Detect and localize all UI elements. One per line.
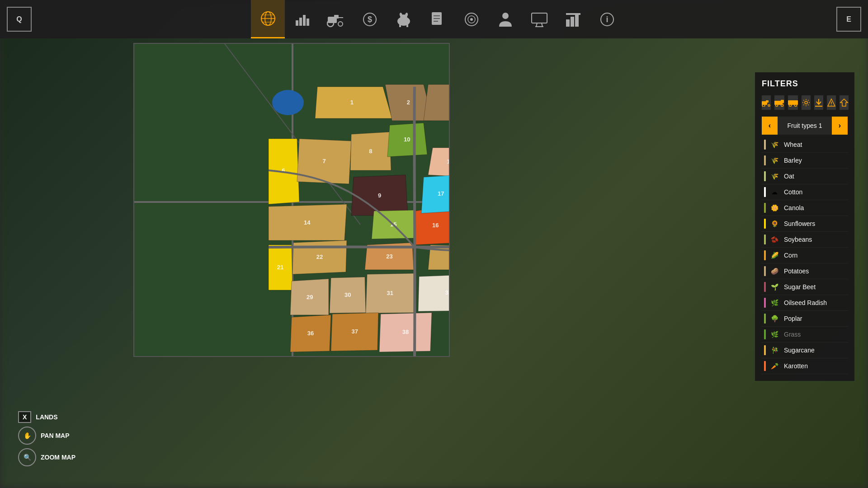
fruit-icon-14: 🥕 bbox=[769, 361, 779, 371]
missions-icon bbox=[463, 11, 480, 28]
fruit-icon-10: 🌿 bbox=[769, 298, 779, 308]
alert-filter-btn[interactable] bbox=[827, 95, 836, 110]
monitor-icon bbox=[531, 11, 548, 28]
fruit-item[interactable]: 🫘 Soybeans bbox=[762, 232, 848, 248]
fruit-icon-9: 🌱 bbox=[769, 282, 779, 292]
fruit-next-btn[interactable]: › bbox=[832, 117, 848, 135]
fruit-item[interactable]: 🌳 Poplar bbox=[762, 311, 848, 327]
svg-rect-41 bbox=[766, 100, 769, 103]
animals-nav-btn[interactable] bbox=[387, 0, 420, 38]
zoom-icon: 🔍 bbox=[18, 448, 36, 466]
contracts-icon bbox=[430, 11, 445, 28]
fruit-label-9: Sugar Beet bbox=[784, 283, 816, 291]
nav-icons-center: $ bbox=[38, 0, 836, 38]
fruit-item[interactable]: 🌾 Barley bbox=[762, 153, 848, 169]
stats-nav-btn[interactable] bbox=[285, 0, 319, 38]
workers-icon bbox=[497, 11, 514, 28]
fruit-label-11: Poplar bbox=[784, 315, 802, 322]
tractor-nav-btn[interactable] bbox=[319, 0, 353, 38]
map-canvas bbox=[134, 44, 450, 357]
fruit-prev-btn[interactable]: ‹ bbox=[762, 117, 778, 135]
fruit-icon-5: 🌻 bbox=[769, 219, 779, 229]
map-container[interactable] bbox=[133, 43, 450, 357]
fruit-icon-2: 🌾 bbox=[769, 171, 779, 181]
fruit-icon-4: 🌼 bbox=[769, 203, 779, 213]
money-nav-btn[interactable]: $ bbox=[353, 0, 387, 38]
house-filter-btn[interactable] bbox=[840, 95, 849, 110]
fruit-item[interactable]: ☁ Cotton bbox=[762, 184, 848, 200]
settings-filter-btn[interactable] bbox=[802, 95, 811, 110]
fruit-item[interactable]: 🎋 Sugarcane bbox=[762, 343, 848, 358]
fruit-label-3: Cotton bbox=[784, 188, 802, 196]
lands-key[interactable]: X bbox=[18, 411, 31, 423]
fruit-icon-8: 🥔 bbox=[769, 266, 779, 276]
fruit-item[interactable]: 🌽 Corn bbox=[762, 248, 848, 263]
truck-filter-btn[interactable] bbox=[788, 95, 798, 110]
missions-nav-btn[interactable] bbox=[454, 0, 488, 38]
fruit-label-5: Sunflowers bbox=[784, 220, 815, 227]
fruit-label-2: Oat bbox=[784, 173, 794, 180]
svg-point-12 bbox=[338, 22, 343, 26]
svg-rect-19 bbox=[406, 24, 408, 27]
tractor-filter-btn[interactable] bbox=[762, 95, 771, 110]
fruit-types-label: Fruit types 1 bbox=[778, 122, 832, 129]
fruit-color-0 bbox=[764, 140, 766, 150]
svg-rect-37 bbox=[566, 13, 580, 15]
fruit-label-6: Soybeans bbox=[784, 236, 812, 243]
fruit-color-2 bbox=[764, 171, 766, 181]
bottom-controls: X LANDS ✋ PAN MAP 🔍 ZOOM MAP bbox=[18, 411, 75, 470]
fruit-item[interactable]: 🌾 Wheat bbox=[762, 137, 848, 153]
fruit-label-0: Wheat bbox=[784, 141, 802, 148]
svg-rect-35 bbox=[571, 17, 574, 27]
fruit-item[interactable]: 🌻 Sunflowers bbox=[762, 216, 848, 232]
fruit-color-3 bbox=[764, 187, 766, 197]
fruit-types-nav: ‹ Fruit types 1 › bbox=[762, 117, 848, 135]
fruit-label-8: Potatoes bbox=[784, 267, 809, 275]
svg-point-56 bbox=[831, 105, 832, 106]
fruit-color-7 bbox=[764, 250, 766, 260]
fruit-item[interactable]: 🌿 Oilseed Radish bbox=[762, 295, 848, 311]
e-button[interactable]: E bbox=[836, 7, 861, 32]
svg-rect-45 bbox=[781, 100, 784, 103]
pan-label: PAN MAP bbox=[41, 432, 70, 439]
fruit-item[interactable]: 🥔 Potatoes bbox=[762, 263, 848, 279]
info-nav-btn[interactable]: i bbox=[590, 0, 624, 38]
svg-point-46 bbox=[776, 104, 778, 107]
download-filter-btn[interactable] bbox=[814, 95, 823, 110]
workers-nav-btn[interactable] bbox=[488, 0, 522, 38]
svg-point-43 bbox=[768, 105, 770, 107]
transport-filter-btn[interactable] bbox=[774, 95, 784, 110]
svg-point-29 bbox=[502, 13, 509, 19]
fruit-icon-0: 🌾 bbox=[769, 140, 779, 150]
fruit-item[interactable]: 🌱 Sugar Beet bbox=[762, 279, 848, 295]
fruit-item[interactable]: 🌾 Oat bbox=[762, 169, 848, 184]
fruit-icon-11: 🌳 bbox=[769, 314, 779, 324]
production-nav-btn[interactable] bbox=[556, 0, 590, 38]
fruit-item[interactable]: 🌿 Grass bbox=[762, 327, 848, 343]
fruit-icon-6: 🫘 bbox=[769, 235, 779, 244]
q-button[interactable]: Q bbox=[7, 7, 32, 32]
fruit-label-12: Grass bbox=[784, 331, 801, 338]
svg-point-50 bbox=[795, 104, 797, 107]
fruit-color-10 bbox=[764, 298, 766, 308]
fruit-color-4 bbox=[764, 203, 766, 213]
money-icon: $ bbox=[362, 11, 378, 28]
fruit-label-1: Barley bbox=[784, 157, 802, 164]
fruit-item[interactable]: 🌼 Canola bbox=[762, 200, 848, 216]
info-icon: i bbox=[599, 11, 615, 28]
monitor-nav-btn[interactable] bbox=[522, 0, 556, 38]
contracts-nav-btn[interactable] bbox=[420, 0, 454, 38]
fruit-item[interactable]: 🥕 Karotten bbox=[762, 358, 848, 374]
top-navigation: Q bbox=[0, 0, 868, 38]
fruit-color-9 bbox=[764, 282, 766, 292]
fruit-label-10: Oilseed Radish bbox=[784, 299, 827, 306]
svg-point-47 bbox=[781, 104, 783, 107]
fruit-icon-1: 🌾 bbox=[769, 155, 779, 165]
svg-rect-18 bbox=[399, 24, 401, 27]
fruit-color-6 bbox=[764, 235, 766, 244]
fruit-color-11 bbox=[764, 314, 766, 324]
map-nav-btn[interactable] bbox=[251, 0, 285, 38]
pan-icon: ✋ bbox=[18, 427, 36, 445]
svg-rect-6 bbox=[299, 18, 302, 26]
fruit-color-14 bbox=[764, 361, 766, 371]
